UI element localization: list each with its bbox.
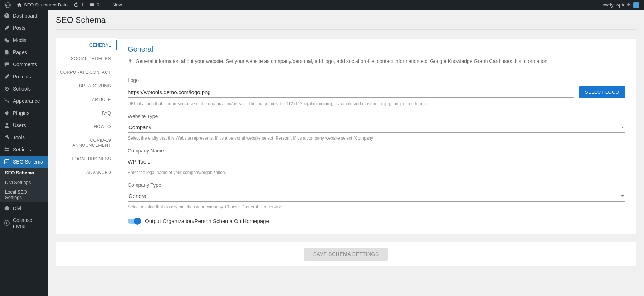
wp-logo[interactable] bbox=[3, 2, 13, 8]
refresh-count: 1 bbox=[81, 2, 83, 8]
submenu-divi-settings[interactable]: Divi Settings bbox=[0, 178, 48, 187]
tab-local-business[interactable]: LOCAL BUSINESS bbox=[56, 152, 117, 166]
tab-social-profiles[interactable]: SOCIAL PROFILES bbox=[56, 52, 117, 65]
save-schema-button[interactable]: SAVE SCHEMA SETTINGS bbox=[304, 248, 388, 261]
sidebar-label: Tools bbox=[13, 135, 25, 140]
sidebar-item-media[interactable]: Media bbox=[0, 34, 48, 46]
svg-point-6 bbox=[5, 206, 9, 211]
settings-tabs: GENERAL SOCIAL PROFILES CORPORATE CONTAC… bbox=[56, 38, 117, 234]
sidebar-label: Pages bbox=[13, 49, 27, 55]
company-type-select[interactable]: General bbox=[128, 191, 625, 202]
website-type-label: Website Type bbox=[128, 113, 625, 119]
sidebar-item-dashboard[interactable]: Dashboard bbox=[0, 10, 48, 22]
greeting-text: Howdy, wptools bbox=[599, 2, 631, 8]
sidebar-item-pages[interactable]: Pages bbox=[0, 46, 48, 58]
tab-breadcrumb[interactable]: BREADCRUMB bbox=[56, 79, 117, 93]
panel-title: General bbox=[128, 45, 625, 53]
svg-rect-5 bbox=[5, 160, 9, 164]
sidebar-label: Posts bbox=[13, 25, 25, 31]
sidebar-item-settings[interactable]: Settings bbox=[0, 144, 48, 156]
toggle-label: Output Organization/Person Schema On Hom… bbox=[145, 218, 269, 224]
sidebar-item-divi[interactable]: Divi bbox=[0, 202, 48, 214]
sidebar-label: Dashboard bbox=[13, 13, 38, 19]
logo-label: Logo bbox=[128, 77, 625, 83]
sidebar-item-users[interactable]: Users bbox=[0, 119, 48, 131]
svg-point-3 bbox=[6, 88, 8, 89]
sidebar-label: Schools bbox=[13, 86, 31, 92]
sidebar-label: Users bbox=[13, 122, 26, 128]
sidebar-item-comments[interactable]: Comments bbox=[0, 58, 48, 71]
website-type-select[interactable]: Company bbox=[128, 122, 625, 133]
company-name-input[interactable] bbox=[128, 156, 625, 167]
sidebar-label: Projects bbox=[13, 74, 31, 79]
sidebar-label: Appearance bbox=[13, 98, 40, 104]
svg-point-4 bbox=[6, 123, 8, 125]
sidebar-item-appearance[interactable]: Appearance bbox=[0, 95, 48, 107]
website-type-help: Select the entity that this Website repr… bbox=[128, 136, 625, 141]
lightbulb-icon bbox=[128, 59, 133, 64]
tab-faq[interactable]: FAQ bbox=[56, 106, 117, 120]
new-toolbar[interactable]: New bbox=[103, 2, 124, 8]
sidebar-label: Comments bbox=[13, 62, 37, 67]
sidebar-item-schools[interactable]: Schools bbox=[0, 83, 48, 95]
sidebar-item-tools[interactable]: Tools bbox=[0, 131, 48, 144]
tab-article[interactable]: ARTICLE bbox=[56, 93, 117, 106]
chevron-down-icon bbox=[621, 194, 624, 198]
submenu-local-seo[interactable]: Local SEO Settings bbox=[0, 187, 48, 202]
site-name-text: SEO Structured Data bbox=[24, 2, 68, 8]
admin-sidebar: Dashboard Posts Media Pages Comments Pro… bbox=[0, 10, 48, 296]
logo-help: URL of a logo that is representative of … bbox=[128, 101, 625, 106]
greeting[interactable]: Howdy, wptools bbox=[597, 2, 641, 8]
sidebar-item-seo-schema[interactable]: SEO Schema bbox=[0, 156, 48, 168]
refresh[interactable]: 1 bbox=[71, 2, 86, 8]
sidebar-label: Collapse menu bbox=[13, 217, 44, 229]
submenu-seo-schema[interactable]: SEO Schema bbox=[0, 168, 48, 178]
avatar-icon bbox=[633, 2, 639, 8]
company-type-label: Company Type bbox=[128, 182, 625, 188]
comments-toolbar[interactable]: 0 bbox=[87, 2, 101, 8]
output-schema-toggle[interactable] bbox=[128, 219, 140, 224]
sidebar-item-posts[interactable]: Posts bbox=[0, 22, 48, 34]
sidebar-item-projects[interactable]: Projects bbox=[0, 71, 48, 83]
tab-covid[interactable]: COVID-19 ANNOUNCEMENT bbox=[56, 134, 117, 152]
chevron-down-icon bbox=[621, 126, 624, 129]
company-name-help: Enter the legal name of your company/org… bbox=[128, 170, 625, 175]
sidebar-item-collapse[interactable]: Collapse menu bbox=[0, 214, 48, 232]
tab-general[interactable]: GENERAL bbox=[56, 38, 117, 52]
website-type-value: Company bbox=[128, 124, 151, 130]
page-title: SEO Schema bbox=[56, 10, 636, 29]
tab-howto[interactable]: HOWTO bbox=[56, 120, 117, 134]
tab-advanced[interactable]: ADVANCED bbox=[56, 166, 117, 179]
company-type-help: Select a value that closely matches your… bbox=[128, 204, 625, 209]
logo-input[interactable] bbox=[128, 87, 574, 98]
site-name[interactable]: SEO Structured Data bbox=[14, 2, 70, 8]
select-logo-button[interactable]: SELECT LOGO bbox=[579, 86, 625, 98]
tab-corporate-contact[interactable]: CORPORATE CONTACT bbox=[56, 65, 117, 79]
company-name-label: Company Name bbox=[128, 148, 625, 154]
new-label: New bbox=[113, 2, 122, 8]
sidebar-label: Plugins bbox=[13, 110, 29, 116]
sidebar-label: Settings bbox=[13, 147, 31, 152]
comments-count: 0 bbox=[97, 2, 99, 8]
sidebar-label: SEO Schema bbox=[13, 159, 43, 165]
panel-description: General information about your website. … bbox=[136, 58, 549, 64]
sidebar-item-plugins[interactable]: Plugins bbox=[0, 107, 48, 119]
sidebar-label: Divi bbox=[13, 205, 21, 211]
company-type-value: General bbox=[128, 193, 147, 199]
svg-point-7 bbox=[4, 220, 9, 225]
sidebar-label: Media bbox=[13, 37, 26, 43]
